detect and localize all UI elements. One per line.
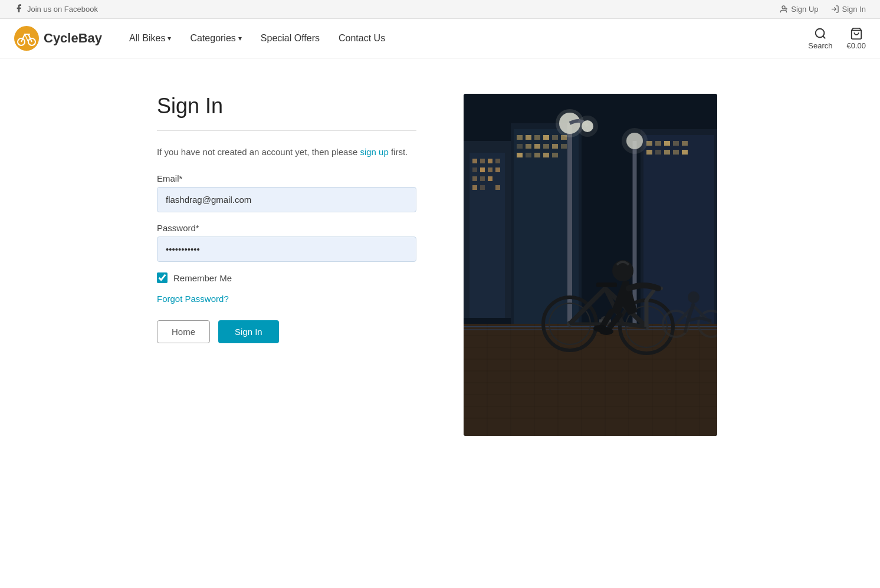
- cart-total: €0.00: [846, 41, 866, 50]
- facebook-icon: [14, 4, 24, 15]
- search-icon: [814, 27, 827, 40]
- password-label: Password*: [157, 223, 416, 233]
- svg-point-0: [782, 6, 785, 9]
- auth-links: Sign Up Sign In: [779, 5, 866, 14]
- signup-note: If you have not created an account yet, …: [157, 145, 416, 159]
- hero-image: [464, 94, 717, 436]
- signup-note-link[interactable]: sign up: [360, 147, 388, 157]
- nav-contact-us[interactable]: Contact Us: [330, 28, 393, 48]
- signin-link[interactable]: Sign In: [830, 5, 866, 14]
- signin-form: Sign In If you have not created an accou…: [157, 94, 416, 436]
- search-label: Search: [808, 41, 832, 50]
- top-bar: Join us on Facebook Sign Up Sign In: [0, 0, 880, 19]
- nav-categories[interactable]: Categories: [182, 28, 249, 48]
- note-suffix: first.: [391, 147, 408, 157]
- page-title: Sign In: [157, 94, 416, 119]
- remember-checkbox[interactable]: [157, 272, 168, 283]
- svg-point-7: [816, 28, 825, 37]
- cart-icon: [850, 27, 863, 40]
- navbar: CycleBay All Bikes Categories Special Of…: [0, 19, 880, 58]
- password-group: Password*: [157, 223, 416, 262]
- facebook-text: Join us on Facebook: [27, 5, 98, 14]
- contact-us-label: Contact Us: [339, 33, 385, 44]
- nav-special-offers[interactable]: Special Offers: [252, 28, 328, 48]
- signup-link[interactable]: Sign Up: [779, 5, 818, 14]
- main-content: Sign In If you have not created an accou…: [86, 58, 794, 471]
- signin-button[interactable]: Sign In: [218, 320, 279, 343]
- divider: [157, 130, 416, 131]
- signup-label: Sign Up: [791, 5, 818, 14]
- nav-links: All Bikes Categories Special Offers Cont…: [121, 28, 808, 48]
- cart-button[interactable]: €0.00: [846, 27, 866, 50]
- note-prefix: If you have not created an account yet, …: [157, 147, 357, 157]
- search-button[interactable]: Search: [808, 27, 832, 50]
- brand-name: CycleBay: [44, 31, 102, 46]
- signin-nav-label: Sign In: [842, 5, 866, 14]
- email-input[interactable]: [157, 187, 416, 212]
- hero-image-svg: [464, 94, 717, 436]
- button-row: Home Sign In: [157, 320, 416, 343]
- forgot-password-link[interactable]: Forgot Password?: [157, 294, 416, 304]
- email-label: Email*: [157, 173, 416, 183]
- logo-icon: [14, 26, 39, 51]
- home-button[interactable]: Home: [157, 320, 210, 343]
- facebook-link[interactable]: Join us on Facebook: [14, 4, 98, 15]
- svg-rect-101: [464, 94, 717, 436]
- logo[interactable]: CycleBay: [14, 26, 102, 51]
- remember-row: Remember Me: [157, 272, 416, 283]
- password-input[interactable]: [157, 236, 416, 262]
- nav-all-bikes[interactable]: All Bikes: [121, 28, 179, 48]
- remember-label[interactable]: Remember Me: [173, 273, 232, 283]
- email-group: Email*: [157, 173, 416, 212]
- nav-actions: Search €0.00: [808, 27, 866, 50]
- special-offers-label: Special Offers: [261, 33, 320, 44]
